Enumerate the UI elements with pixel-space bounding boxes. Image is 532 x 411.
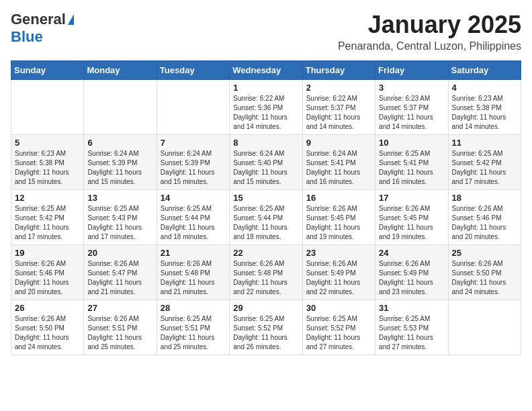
day-number: 24 (379, 248, 444, 258)
day-info: Sunrise: 6:25 AMSunset: 5:52 PMDaylight:… (306, 314, 371, 352)
day-info: Sunrise: 6:26 AMSunset: 5:50 PMDaylight:… (15, 314, 80, 352)
day-info: Sunrise: 6:26 AMSunset: 5:45 PMDaylight:… (379, 204, 444, 242)
day-number: 7 (161, 138, 226, 148)
calendar-cell: 11Sunrise: 6:25 AMSunset: 5:42 PMDayligh… (448, 135, 521, 190)
day-number: 4 (452, 83, 517, 93)
day-number: 31 (379, 303, 444, 313)
day-number: 2 (306, 83, 371, 93)
calendar-week-1: 1Sunrise: 6:22 AMSunset: 5:36 PMDaylight… (11, 80, 521, 135)
page-header: General Blue January 2025 Penaranda, Cen… (11, 11, 521, 52)
calendar-cell: 14Sunrise: 6:25 AMSunset: 5:44 PMDayligh… (157, 190, 229, 245)
day-number: 20 (87, 248, 152, 258)
calendar-cell: 6Sunrise: 6:24 AMSunset: 5:39 PMDaylight… (84, 135, 157, 190)
day-number: 13 (87, 193, 152, 203)
day-info: Sunrise: 6:24 AMSunset: 5:39 PMDaylight:… (161, 149, 226, 187)
day-number: 19 (15, 248, 80, 258)
day-info: Sunrise: 6:25 AMSunset: 5:42 PMDaylight:… (452, 149, 517, 187)
day-info: Sunrise: 6:26 AMSunset: 5:45 PMDaylight:… (306, 204, 371, 242)
title-block: January 2025 Penaranda, Central Luzon, P… (338, 11, 521, 52)
calendar-cell: 17Sunrise: 6:26 AMSunset: 5:45 PMDayligh… (375, 190, 448, 245)
logo-blue-text: Blue (11, 28, 43, 46)
calendar-cell: 30Sunrise: 6:25 AMSunset: 5:52 PMDayligh… (302, 300, 375, 355)
day-info: Sunrise: 6:26 AMSunset: 5:48 PMDaylight:… (161, 259, 226, 297)
calendar-cell: 13Sunrise: 6:25 AMSunset: 5:43 PMDayligh… (84, 190, 157, 245)
calendar-cell: 28Sunrise: 6:25 AMSunset: 5:51 PMDayligh… (157, 300, 229, 355)
calendar-cell (448, 300, 521, 355)
calendar-cell: 9Sunrise: 6:24 AMSunset: 5:41 PMDaylight… (302, 135, 375, 190)
day-number: 5 (15, 138, 80, 148)
day-info: Sunrise: 6:24 AMSunset: 5:39 PMDaylight:… (87, 149, 152, 187)
calendar-cell: 21Sunrise: 6:26 AMSunset: 5:48 PMDayligh… (157, 245, 229, 300)
calendar-cell: 1Sunrise: 6:22 AMSunset: 5:36 PMDaylight… (230, 80, 302, 135)
calendar-cell: 31Sunrise: 6:25 AMSunset: 5:53 PMDayligh… (375, 300, 448, 355)
day-info: Sunrise: 6:25 AMSunset: 5:53 PMDaylight:… (379, 314, 444, 352)
day-info: Sunrise: 6:26 AMSunset: 5:46 PMDaylight:… (452, 204, 517, 242)
weekday-header-wednesday: Wednesday (230, 61, 302, 80)
day-info: Sunrise: 6:25 AMSunset: 5:41 PMDaylight:… (379, 149, 444, 187)
calendar-week-4: 19Sunrise: 6:26 AMSunset: 5:46 PMDayligh… (11, 245, 521, 300)
day-number: 22 (233, 248, 298, 258)
calendar-week-5: 26Sunrise: 6:26 AMSunset: 5:50 PMDayligh… (11, 300, 521, 355)
calendar-cell: 25Sunrise: 6:26 AMSunset: 5:50 PMDayligh… (448, 245, 521, 300)
day-number: 9 (306, 138, 371, 148)
weekday-header-thursday: Thursday (302, 61, 375, 80)
day-info: Sunrise: 6:25 AMSunset: 5:44 PMDaylight:… (161, 204, 226, 242)
calendar-week-2: 5Sunrise: 6:23 AMSunset: 5:38 PMDaylight… (11, 135, 521, 190)
day-info: Sunrise: 6:26 AMSunset: 5:49 PMDaylight:… (379, 259, 444, 297)
day-number: 17 (379, 193, 444, 203)
day-info: Sunrise: 6:25 AMSunset: 5:43 PMDaylight:… (87, 204, 152, 242)
day-number: 28 (161, 303, 226, 313)
calendar-header-row: SundayMondayTuesdayWednesdayThursdayFrid… (11, 61, 521, 80)
day-info: Sunrise: 6:22 AMSunset: 5:36 PMDaylight:… (233, 94, 298, 132)
month-title: January 2025 (338, 11, 521, 39)
weekday-header-saturday: Saturday (448, 61, 521, 80)
day-info: Sunrise: 6:26 AMSunset: 5:49 PMDaylight:… (306, 259, 371, 297)
weekday-header-tuesday: Tuesday (157, 61, 229, 80)
calendar-cell: 27Sunrise: 6:26 AMSunset: 5:51 PMDayligh… (84, 300, 157, 355)
calendar-cell: 4Sunrise: 6:23 AMSunset: 5:38 PMDaylight… (448, 80, 521, 135)
day-info: Sunrise: 6:23 AMSunset: 5:37 PMDaylight:… (379, 94, 444, 132)
day-number: 3 (379, 83, 444, 93)
day-number: 12 (15, 193, 80, 203)
calendar-table: SundayMondayTuesdayWednesdayThursdayFrid… (11, 60, 521, 355)
calendar-cell: 12Sunrise: 6:25 AMSunset: 5:42 PMDayligh… (11, 190, 84, 245)
day-number: 1 (233, 83, 298, 93)
calendar-cell: 18Sunrise: 6:26 AMSunset: 5:46 PMDayligh… (448, 190, 521, 245)
day-info: Sunrise: 6:25 AMSunset: 5:51 PMDaylight:… (161, 314, 226, 352)
day-number: 26 (15, 303, 80, 313)
day-number: 18 (452, 193, 517, 203)
calendar-cell (11, 80, 84, 135)
weekday-header-sunday: Sunday (11, 61, 84, 80)
calendar-cell (84, 80, 157, 135)
day-number: 16 (306, 193, 371, 203)
weekday-header-monday: Monday (84, 61, 157, 80)
day-info: Sunrise: 6:25 AMSunset: 5:42 PMDaylight:… (15, 204, 80, 242)
day-number: 27 (87, 303, 152, 313)
day-number: 6 (87, 138, 152, 148)
day-info: Sunrise: 6:22 AMSunset: 5:37 PMDaylight:… (306, 94, 371, 132)
calendar-cell: 19Sunrise: 6:26 AMSunset: 5:46 PMDayligh… (11, 245, 84, 300)
day-number: 14 (161, 193, 226, 203)
calendar-cell (157, 80, 229, 135)
calendar-cell: 3Sunrise: 6:23 AMSunset: 5:37 PMDaylight… (375, 80, 448, 135)
weekday-header-friday: Friday (375, 61, 448, 80)
calendar-cell: 5Sunrise: 6:23 AMSunset: 5:38 PMDaylight… (11, 135, 84, 190)
calendar-cell: 10Sunrise: 6:25 AMSunset: 5:41 PMDayligh… (375, 135, 448, 190)
calendar-cell: 7Sunrise: 6:24 AMSunset: 5:39 PMDaylight… (157, 135, 229, 190)
day-number: 15 (233, 193, 298, 203)
calendar-cell: 8Sunrise: 6:24 AMSunset: 5:40 PMDaylight… (230, 135, 302, 190)
calendar-cell: 16Sunrise: 6:26 AMSunset: 5:45 PMDayligh… (302, 190, 375, 245)
day-info: Sunrise: 6:23 AMSunset: 5:38 PMDaylight:… (15, 149, 80, 187)
day-info: Sunrise: 6:26 AMSunset: 5:50 PMDaylight:… (452, 259, 517, 297)
day-info: Sunrise: 6:24 AMSunset: 5:40 PMDaylight:… (233, 149, 298, 187)
calendar-cell: 26Sunrise: 6:26 AMSunset: 5:50 PMDayligh… (11, 300, 84, 355)
day-info: Sunrise: 6:24 AMSunset: 5:41 PMDaylight:… (306, 149, 371, 187)
day-number: 10 (379, 138, 444, 148)
day-info: Sunrise: 6:25 AMSunset: 5:52 PMDaylight:… (233, 314, 298, 352)
calendar-cell: 2Sunrise: 6:22 AMSunset: 5:37 PMDaylight… (302, 80, 375, 135)
day-info: Sunrise: 6:23 AMSunset: 5:38 PMDaylight:… (452, 94, 517, 132)
calendar-week-3: 12Sunrise: 6:25 AMSunset: 5:42 PMDayligh… (11, 190, 521, 245)
day-info: Sunrise: 6:25 AMSunset: 5:44 PMDaylight:… (233, 204, 298, 242)
day-info: Sunrise: 6:26 AMSunset: 5:46 PMDaylight:… (15, 259, 80, 297)
day-info: Sunrise: 6:26 AMSunset: 5:51 PMDaylight:… (87, 314, 152, 352)
